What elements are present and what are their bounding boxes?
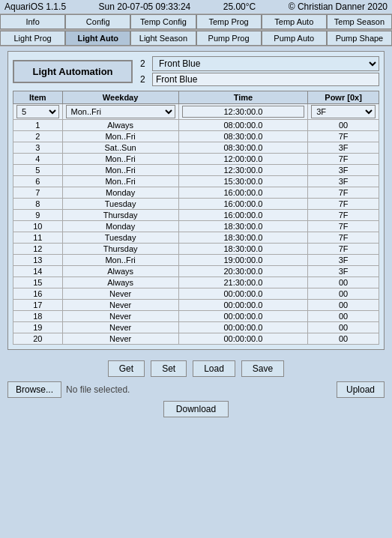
row-powr: 3F bbox=[308, 165, 379, 176]
row-powr: 7F bbox=[308, 232, 379, 244]
row-item: 2 bbox=[13, 131, 63, 142]
row-time: 08:30:00.0 bbox=[178, 131, 307, 142]
dropdown-num-label: 2 bbox=[140, 58, 149, 69]
time-input[interactable] bbox=[182, 106, 304, 118]
nav-pump-auto[interactable]: Pump Auto bbox=[262, 31, 327, 46]
row-time: 20:30:00.0 bbox=[178, 266, 307, 277]
row-powr: 00 bbox=[308, 277, 379, 288]
row-weekday: Mon..Fri bbox=[62, 131, 178, 142]
load-button[interactable]: Load bbox=[193, 360, 235, 377]
row-time: 00:00:00.0 bbox=[178, 288, 307, 300]
row-time: 00:00:00.0 bbox=[178, 322, 307, 333]
nav-info[interactable]: Info bbox=[0, 14, 65, 29]
app-name: AquariOS 1.1.5 bbox=[4, 1, 66, 12]
row-time: 00:00:00.0 bbox=[178, 311, 307, 322]
item-select[interactable]: 5 bbox=[16, 105, 59, 118]
main-content: Light Automation 2 Front Blue 2 Front Bl… bbox=[0, 46, 392, 354]
row-time: 16:00:00.0 bbox=[178, 187, 307, 199]
panel-header: Light Automation 2 Front Blue 2 Front Bl… bbox=[13, 56, 379, 86]
channel-dropdown[interactable]: Front Blue bbox=[152, 56, 379, 71]
row-powr: 7F bbox=[308, 199, 379, 210]
row-powr: 3F bbox=[308, 266, 379, 277]
nav-row-1: Info Config Temp Config Temp Prog Temp A… bbox=[0, 13, 392, 30]
nav-temp-season[interactable]: Temp Season bbox=[327, 14, 392, 29]
edit-row: 5 Mon..Fri 3F bbox=[13, 104, 379, 120]
row-time: 12:00:00.0 bbox=[178, 154, 307, 165]
nav-temp-config[interactable]: Temp Config bbox=[130, 14, 196, 29]
table-row: 2 Mon..Fri 08:30:00.0 7F bbox=[13, 131, 379, 142]
nav-light-auto[interactable]: Light Auto bbox=[65, 31, 130, 46]
row-powr: 7F bbox=[308, 244, 379, 255]
row-time: 16:00:00.0 bbox=[178, 199, 307, 210]
row-weekday: Never bbox=[62, 322, 178, 333]
row-weekday: Mon..Fri bbox=[62, 165, 178, 176]
row-item: 1 bbox=[13, 120, 63, 131]
row-item: 7 bbox=[13, 187, 63, 199]
save-button[interactable]: Save bbox=[241, 360, 284, 377]
col-header-powr: Powr [0x] bbox=[308, 91, 379, 104]
light-automation-panel: Light Automation 2 Front Blue 2 Front Bl… bbox=[7, 51, 385, 350]
row-item: 15 bbox=[13, 277, 63, 288]
row-time: 15:30:00.0 bbox=[178, 176, 307, 187]
row-time: 16:00:00.0 bbox=[178, 210, 307, 221]
col-header-time: Time bbox=[178, 91, 307, 104]
nav-temp-prog[interactable]: Temp Prog bbox=[196, 14, 262, 29]
upload-button[interactable]: Upload bbox=[337, 381, 385, 398]
dropdown-num-label2: 2 bbox=[140, 74, 149, 85]
row-weekday: Monday bbox=[62, 187, 178, 199]
download-button[interactable]: Download bbox=[163, 401, 229, 417]
row-powr: 00 bbox=[308, 288, 379, 300]
dropdown-row-1: 2 Front Blue bbox=[140, 56, 379, 71]
row-weekday: Sat..Sun bbox=[62, 142, 178, 154]
row-weekday: Tuesday bbox=[62, 199, 178, 210]
datetime: Sun 20-07-05 09:33:24 bbox=[99, 1, 191, 12]
table-row: 19 Never 00:00:00.0 00 bbox=[13, 322, 379, 333]
nav-config[interactable]: Config bbox=[65, 14, 130, 29]
nav-light-prog[interactable]: Light Prog bbox=[0, 31, 65, 46]
title-bar: AquariOS 1.1.5 Sun 20-07-05 09:33:24 25.… bbox=[0, 0, 392, 13]
row-time: 19:00:00.0 bbox=[178, 255, 307, 266]
row-item: 10 bbox=[13, 221, 63, 232]
nav-light-season[interactable]: Light Season bbox=[130, 31, 196, 46]
col-header-weekday: Weekday bbox=[62, 91, 178, 104]
row-powr: 00 bbox=[308, 120, 379, 131]
row-time: 18:30:00.0 bbox=[178, 221, 307, 232]
table-row: 3 Sat..Sun 08:30:00.0 3F bbox=[13, 142, 379, 154]
table-row: 1 Always 08:00:00.0 00 bbox=[13, 120, 379, 131]
row-powr: 7F bbox=[308, 154, 379, 165]
copyright: © Christian Danner 2020 bbox=[289, 1, 388, 12]
table-row: 10 Monday 18:30:00.0 7F bbox=[13, 221, 379, 232]
row-weekday: Mon..Fri bbox=[62, 255, 178, 266]
row-weekday: Always bbox=[62, 277, 178, 288]
nav-temp-auto[interactable]: Temp Auto bbox=[262, 14, 327, 29]
row-item: 5 bbox=[13, 165, 63, 176]
nav-pump-shape[interactable]: Pump Shape bbox=[327, 31, 392, 46]
control-row: Get Set Load Save bbox=[0, 360, 392, 377]
row-item: 20 bbox=[13, 333, 63, 345]
get-button[interactable]: Get bbox=[108, 360, 145, 377]
row-item: 12 bbox=[13, 244, 63, 255]
powr-select[interactable]: 3F bbox=[311, 105, 376, 118]
row-item: 4 bbox=[13, 154, 63, 165]
temperature: 25.00°C bbox=[223, 1, 256, 12]
panel-title: Light Automation bbox=[13, 60, 133, 83]
dropdown-area: 2 Front Blue 2 Front Blue bbox=[140, 56, 379, 86]
row-weekday: Thursday bbox=[62, 244, 178, 255]
row-powr: 7F bbox=[308, 210, 379, 221]
row-powr: 7F bbox=[308, 187, 379, 199]
nav-pump-prog[interactable]: Pump Prog bbox=[196, 31, 262, 46]
weekday-select[interactable]: Mon..Fri bbox=[66, 105, 175, 118]
row-powr: 3F bbox=[308, 176, 379, 187]
row-item: 3 bbox=[13, 142, 63, 154]
table-row: 8 Tuesday 16:00:00.0 7F bbox=[13, 199, 379, 210]
row-powr: 3F bbox=[308, 255, 379, 266]
table-row: 15 Always 21:30:00.0 00 bbox=[13, 277, 379, 288]
table-row: 16 Never 00:00:00.0 00 bbox=[13, 288, 379, 300]
browse-button[interactable]: Browse... bbox=[7, 381, 61, 398]
table-row: 7 Monday 16:00:00.0 7F bbox=[13, 187, 379, 199]
row-item: 6 bbox=[13, 176, 63, 187]
table-row: 13 Mon..Fri 19:00:00.0 3F bbox=[13, 255, 379, 266]
row-weekday: Mon..Fri bbox=[62, 154, 178, 165]
row-powr: 7F bbox=[308, 131, 379, 142]
set-button[interactable]: Set bbox=[151, 360, 187, 377]
